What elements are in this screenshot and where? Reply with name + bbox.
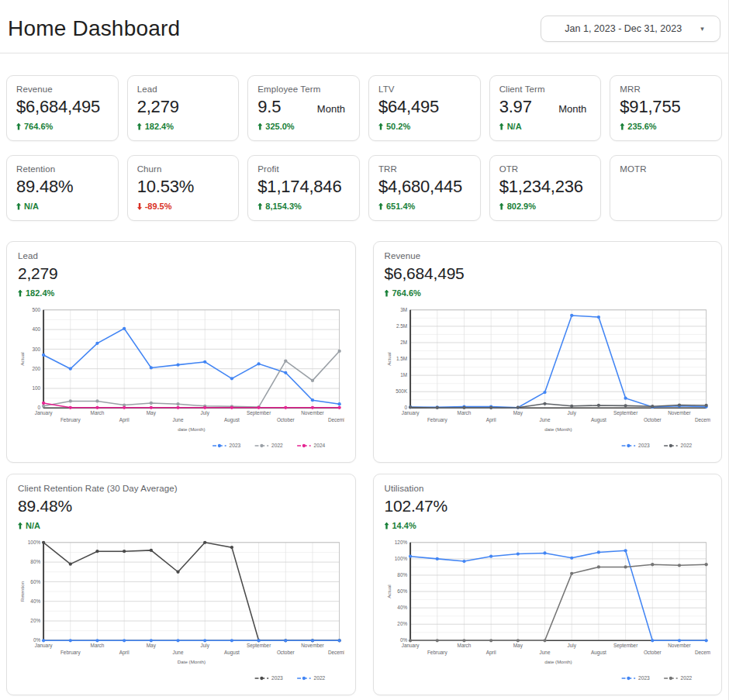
kpi-value: 3.97 [499,97,532,117]
kpi-unit: Month [558,103,591,115]
kpi-card-lead: Lead 2,279 182.4% [127,75,240,141]
kpi-delta-value: 325.0% [265,122,294,131]
kpi-value: $91,755 [620,97,680,117]
svg-text:June: June [539,650,550,655]
kpi-grid: Revenue $6,684,495 764.6% Lead 2,279 182… [6,75,722,221]
svg-text:2M: 2M [400,340,407,345]
up-arrow-icon [137,123,142,130]
svg-text:November: November [668,410,691,416]
kpi-unit: Month [317,103,350,115]
kpi-card-ltv: LTV $64,495 50.2% [368,75,481,141]
kpi-delta: -89.5% [137,202,230,211]
kpi-label: Retention [16,164,109,174]
kpi-delta-value: 235.6% [627,122,656,131]
svg-text:November: November [301,643,324,648]
kpi-label: MRR [620,84,712,94]
svg-text:June: June [173,650,184,655]
svg-text:Actual: Actual [385,584,391,598]
kpi-delta: 8,154.3% [257,202,350,211]
svg-text:120%: 120% [394,540,407,545]
svg-text:60%: 60% [397,588,407,594]
svg-text:80%: 80% [397,572,407,578]
kpi-card-employee-term: Employee Term 9.5Month 325.0% [247,75,360,141]
svg-text:100%: 100% [28,540,41,545]
svg-text:March: March [457,643,471,648]
up-arrow-icon [378,203,383,210]
kpi-delta-value: 8,154.3% [265,202,301,211]
up-arrow-icon [18,522,22,529]
kpi-value: 10.53% [137,177,194,197]
up-arrow-icon [385,290,389,297]
kpi-delta-value: N/A [507,122,522,131]
svg-text:June: June [173,417,184,422]
svg-text:100: 100 [32,385,40,391]
svg-text:August: August [590,417,606,423]
svg-text:December: December [328,417,344,422]
up-arrow-icon [257,123,262,130]
svg-text:80%: 80% [30,559,40,564]
svg-text:January: January [35,410,54,416]
svg-text:March: March [91,410,105,416]
svg-text:April: April [119,417,130,423]
chart-card-utilisation: Utilisation 102.47% 14.4% 0%20%40%60%80%… [373,474,723,695]
kpi-delta-value: 651.4% [386,202,415,211]
svg-text:500K: 500K [396,388,408,394]
kpi-label: Profit [257,164,350,174]
svg-text:January: January [401,643,420,649]
chart-value: 102.47% [385,497,711,516]
svg-text:500: 500 [32,307,40,312]
up-arrow-icon [385,522,389,529]
kpi-delta-value: 182.4% [145,122,174,131]
svg-text:February: February [427,650,447,656]
kpi-value: $64,495 [378,97,439,117]
svg-text:May: May [147,410,157,416]
kpi-label: Revenue [16,84,109,94]
page-title: Home Dashboard [8,16,180,41]
kpi-delta-value: N/A [24,202,39,211]
chart-card-revenue: Revenue $6,684,495 764.6% 0500K1M1.5M2M2… [373,241,723,463]
kpi-value: $1,174,846 [257,177,341,197]
svg-text:December: December [694,650,710,655]
svg-text:March: March [457,410,471,416]
lead-line-chart: 0100200300400500JanuaryFebruaryMarchApri… [18,304,344,452]
svg-text:300: 300 [32,347,40,352]
kpi-delta: 764.6% [16,122,109,131]
kpi-delta: 802.9% [499,202,592,211]
down-arrow-icon [137,203,142,210]
chart-delta-value: 764.6% [392,288,421,298]
svg-text:2.5M: 2.5M [396,323,406,329]
kpi-card-trr: TRR $4,680,445 651.4% [368,155,481,221]
chart-value: 89.48% [18,497,344,516]
page-header: Home Dashboard Jan 1, 2023 - Dec 31, 202… [0,0,728,53]
svg-text:October: October [277,650,295,655]
kpi-label: Churn [137,164,230,174]
kpi-value: $1,234,236 [499,177,583,197]
svg-text:May: May [147,643,157,649]
svg-text:September: September [247,410,271,416]
svg-text:May: May [513,410,523,416]
svg-text:February: February [427,417,447,423]
kpi-delta-value: -89.5% [145,202,172,211]
svg-text:40%: 40% [30,598,40,604]
kpi-card-mrr: MRR $91,755 235.6% [610,75,722,141]
kpi-delta: 50.2% [378,122,471,131]
svg-text:2022: 2022 [680,443,692,448]
svg-text:December: December [328,650,344,655]
svg-text:August: August [590,650,606,656]
chart-delta-value: N/A [26,521,40,530]
svg-text:February: February [60,417,81,423]
svg-text:July: July [201,410,210,416]
chart-delta-value: 182.4% [26,288,54,298]
svg-text:September: September [613,410,637,416]
retention-line-chart: 0%20%40%60%80%100%JanuaryFebruaryMarchAp… [18,536,344,684]
kpi-card-client-term: Client Term 3.97Month N/A [489,75,602,141]
chart-delta: 182.4% [18,288,344,298]
date-range-selector[interactable]: Jan 1, 2023 - Dec 31, 2023 ▾ [541,16,720,42]
up-arrow-icon [620,123,624,130]
kpi-card-retention: Retention 89.48% N/A [6,155,119,221]
svg-text:date (Month): date (Month) [544,426,572,432]
chart-title: Client Retention Rate (30 Day Average) [18,484,344,493]
svg-text:Date (Month): Date (Month) [178,659,206,664]
svg-text:October: October [643,417,662,422]
svg-text:1M: 1M [400,372,407,378]
